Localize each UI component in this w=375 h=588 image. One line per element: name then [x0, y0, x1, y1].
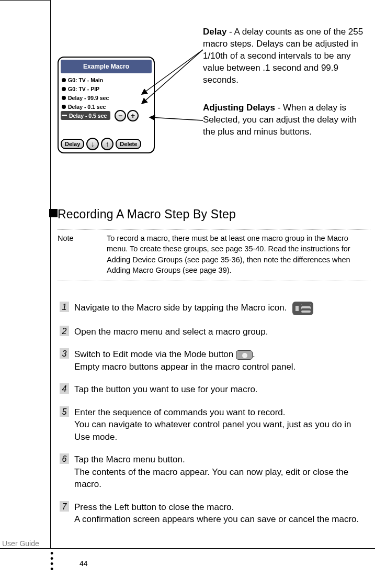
step-body: Open the macro menu and select a macro g… [74, 326, 368, 338]
mockup-row: G0: TV - Main [62, 75, 151, 84]
mockup-titlebar: Example Macro [61, 60, 152, 73]
svg-line-2 [150, 117, 203, 120]
callout-delay: Delay - A delay counts as one of the 255… [203, 26, 371, 86]
mode-button-icon [236, 350, 253, 360]
section-heading: Recording A Macro Step By Step [58, 207, 236, 221]
steps-list: 1 Navigate to the Macro side by tapping … [60, 302, 368, 536]
mockup-step-list: G0: TV - Main G0: TV - PIP Delay - 99.9 … [59, 74, 154, 121]
move-down-button[interactable]: ↓ [86, 138, 99, 150]
mockup-row-selected: Delay - 0.5 sec − + [62, 111, 151, 120]
mockup-bottom-bar: Delay ↓ ↑ Delete [61, 138, 141, 150]
step-number: 6 [60, 453, 69, 464]
macro-editor-mockup: Example Macro G0: TV - Main G0: TV - PIP… [58, 57, 155, 153]
step-number: 4 [60, 383, 69, 394]
note-block: Note To record a macro, there must be at… [58, 229, 370, 281]
dot-ornament: •••• [50, 551, 55, 572]
step-6: 6 Tap the Macro menu button. The content… [60, 453, 368, 490]
step-body: Navigate to the Macro side by tapping th… [74, 302, 368, 315]
step-2: 2 Open the macro menu and select a macro… [60, 326, 368, 338]
step-body: Enter the sequence of commands you want … [74, 406, 368, 443]
step-body: Tap the Macro menu button. The contents … [74, 453, 368, 490]
step-body: Press the Left button to close the macro… [74, 501, 368, 526]
plus-button[interactable]: + [127, 110, 139, 121]
move-up-button[interactable]: ↑ [101, 138, 113, 150]
page-number: 44 [79, 559, 88, 568]
step-number: 1 [60, 302, 69, 312]
sidebar-line [50, 0, 51, 548]
step-number: 3 [60, 348, 69, 359]
callout-adjusting-delays: Adjusting Delays - When a delay is Selec… [203, 102, 371, 138]
step-body: Tap the button you want to use for your … [74, 383, 368, 395]
step-number: 7 [60, 501, 69, 512]
note-body: To record a macro, there must be at leas… [107, 233, 363, 275]
minus-button[interactable]: − [115, 110, 126, 121]
step-body: Switch to Edit mode via the Mode button … [74, 348, 368, 373]
step-4: 4 Tap the button you want to use for you… [60, 383, 368, 395]
top-rule [0, 0, 50, 1]
step-1: 1 Navigate to the Macro side by tapping … [60, 302, 368, 315]
step-3: 3 Switch to Edit mode via the Mode butto… [60, 348, 368, 373]
section-marker [49, 209, 58, 217]
delete-button[interactable]: Delete [116, 139, 141, 149]
macro-icon [292, 302, 313, 315]
step-7: 7 Press the Left button to close the mac… [60, 501, 368, 526]
mockup-row: G0: TV - PIP [62, 84, 151, 93]
bottom-rule [0, 548, 375, 549]
step-5: 5 Enter the sequence of commands you wan… [60, 406, 368, 443]
step-number: 2 [60, 326, 69, 336]
step-number: 5 [60, 406, 69, 417]
delay-button[interactable]: Delay [61, 139, 84, 149]
mockup-row: Delay - 99.9 sec [62, 93, 151, 102]
note-label: Note [58, 233, 105, 243]
callouts: Delay - A delay counts as one of the 255… [203, 26, 371, 154]
user-guide-label: User Guide [0, 539, 46, 548]
